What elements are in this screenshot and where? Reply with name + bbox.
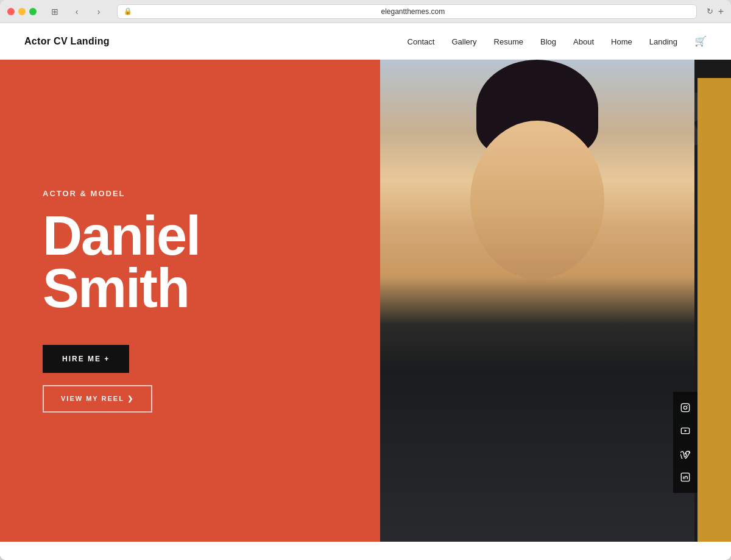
nav-links: Contact Gallery Resume Blog About Home — [408, 35, 707, 47]
nav-link-contact[interactable]: Contact — [408, 37, 435, 46]
hero-subtitle: Actor & Model — [43, 189, 337, 198]
hero-left-panel: Actor & Model Daniel Smith HIRE ME + VIE… — [0, 60, 380, 542]
website-content: Actor CV Landing Contact Gallery Resume … — [0, 23, 731, 560]
minimize-button[interactable] — [18, 8, 26, 15]
linkedin-icon[interactable] — [673, 466, 697, 488]
nav-link-about[interactable]: About — [573, 37, 594, 46]
cart-icon[interactable]: 🛒 — [694, 36, 707, 46]
window-layout-icon[interactable]: ⊞ — [46, 5, 63, 18]
hire-me-button[interactable]: HIRE ME + — [43, 345, 129, 373]
nav-item-home[interactable]: Home — [611, 36, 632, 47]
bottom-strip — [0, 542, 731, 560]
nav-link-home[interactable]: Home — [611, 37, 632, 46]
lock-icon: 🔒 — [124, 7, 132, 15]
view-reel-button[interactable]: VIEW MY REEL ❯ — [43, 385, 152, 413]
browser-titlebar: ⊞ ‹ › 🔒 elegantthemes.com ↻ + — [0, 0, 731, 23]
address-bar[interactable]: 🔒 elegantthemes.com — [117, 4, 697, 19]
new-tab-button[interactable]: + — [718, 6, 724, 17]
nav-link-blog[interactable]: Blog — [540, 37, 556, 46]
browser-controls: ⊞ ‹ › — [46, 5, 107, 18]
hero-name: Daniel Smith — [43, 210, 337, 314]
nav-item-landing[interactable]: Landing — [649, 36, 677, 47]
traffic-lights — [7, 8, 37, 15]
instagram-icon[interactable] — [673, 397, 697, 419]
actor-photo — [380, 60, 694, 542]
hero-last-name: Smith — [43, 258, 189, 319]
vimeo-icon[interactable] — [673, 443, 697, 465]
maximize-button[interactable] — [29, 8, 37, 15]
photo-simulation — [380, 60, 694, 542]
svg-rect-0 — [681, 403, 689, 411]
nav-link-landing[interactable]: Landing — [649, 37, 677, 46]
site-logo[interactable]: Actor CV Landing — [24, 36, 110, 47]
hero-section: Actor & Model Daniel Smith HIRE ME + VIE… — [0, 60, 731, 542]
refresh-icon[interactable]: ↻ — [707, 7, 713, 16]
hero-right-panel: ACTOR — [380, 60, 731, 542]
gold-accent-bar — [697, 78, 731, 542]
nav-link-resume[interactable]: Resume — [494, 37, 523, 46]
svg-point-1 — [683, 406, 687, 409]
svg-marker-4 — [685, 430, 687, 432]
back-button[interactable]: ‹ — [68, 5, 85, 18]
browser-window: ⊞ ‹ › 🔒 elegantthemes.com ↻ + Actor CV L… — [0, 0, 731, 560]
nav-item-cart[interactable]: 🛒 — [694, 35, 707, 47]
nav-item-blog[interactable]: Blog — [540, 36, 556, 47]
nav-item-resume[interactable]: Resume — [494, 36, 523, 47]
svg-point-2 — [687, 405, 688, 406]
site-navigation: Actor CV Landing Contact Gallery Resume … — [0, 23, 731, 60]
nav-item-about[interactable]: About — [573, 36, 594, 47]
youtube-icon[interactable] — [673, 420, 697, 442]
social-sidebar — [673, 392, 697, 493]
forward-button[interactable]: › — [90, 5, 107, 18]
url-text: elegantthemes.com — [136, 7, 690, 16]
nav-link-gallery[interactable]: Gallery — [451, 37, 476, 46]
nav-item-contact[interactable]: Contact — [408, 36, 435, 47]
close-button[interactable] — [7, 8, 15, 15]
nav-item-gallery[interactable]: Gallery — [451, 36, 476, 47]
